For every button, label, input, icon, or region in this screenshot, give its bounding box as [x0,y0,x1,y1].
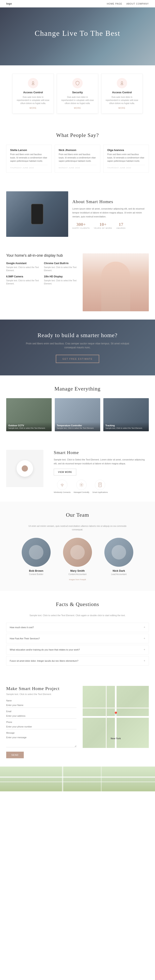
team-name-mary: Mary Smith [59,569,96,572]
team-photo-mary [63,538,92,567]
contact-title: Make Smart Home Project [6,686,76,691]
manage-card-outdoor: Outdoor CCTV Sample text, Click to selec… [6,398,52,431]
hub-feature-title-0: Google Assistant [6,262,41,265]
hub-feature-desc-3: Sample text. Click to select the Text El… [44,279,79,285]
message-textarea[interactable] [6,735,76,747]
svg-point-2 [62,486,62,486]
hub-feature-3: 10In HD Display Sample text. Click to se… [44,275,79,285]
hub-feature-desc-0: Sample text. Click to select the Text El… [6,266,41,272]
stats-row: 300+ HAPPY CLIENTS 10+ YEARS OF WORK 17 … [72,222,149,229]
manage-card-tracking: Tracking Sample text, Click to select th… [103,398,149,431]
faq-subtitle: Sample text. Click to select the Text El… [26,614,129,617]
nav-home[interactable]: HOME PAGE [107,3,122,5]
cta-button[interactable]: GET FREE ESTIMATE [56,355,99,363]
faq-title: Facts & Questions [6,601,149,608]
testimonial-1: Nick Jhonson Proin sed libero enim sed f… [55,145,100,173]
phone-input[interactable] [6,724,76,729]
hub-image [83,253,149,311]
hub-feature-desc-1: Sample text. Click to select the Text El… [44,266,79,272]
feature-more-0[interactable]: MORE [17,107,49,109]
faq-question-0: How much does it cost? [10,626,34,628]
team-title: Our Team [6,512,149,518]
chevron-icon-3: + [144,659,145,662]
feature-title-0: Access Control [17,91,49,94]
map-pin: 📍 [113,711,119,716]
chevron-icon-0: + [144,626,145,629]
team-role-bob: Content Builder [17,573,55,576]
nav-links: HOME PAGE ABOUT COMPANY [107,3,149,5]
hub-feature-desc-2: Sample text. Click to select the Text El… [6,279,41,285]
faq-section: Facts & Questions Sample text. Click to … [0,591,155,678]
hero-section: Change Live To The Best [0,8,155,65]
contact-map: 📍 New York [83,686,149,748]
stat-number-1: 10+ [94,222,112,227]
team-subtitle: Ut enim ad minim veniam, quis nostrud ex… [26,524,129,531]
stat-1: 10+ YEARS OF WORK [94,222,112,229]
nav-about[interactable]: ABOUT COMPANY [126,3,149,5]
testimonial-date-2: THURSDAY JUNE 2020 [107,165,145,169]
hub-feature-title-1: Chrome Cast Built-In [44,262,79,265]
about-content: About Smart Homes Lorem ipsum dolor sit … [72,199,149,229]
hub-content: Your home's all-in-one display hub Googl… [6,253,79,311]
feature-card-1: Security Duis aute irure dolor in repreh… [57,74,98,113]
map-footer [0,767,155,791]
faq-question-3: Fusce sit amet dolor dolor. Integer iacu… [10,660,78,662]
access-control-icon-2 [117,78,127,88]
team-role-nick: Lead Accountant [100,573,138,576]
map-label: New York [111,737,121,740]
sh-icon-managed: Managed Centrally [74,480,90,493]
faq-list: How much does it cost? + How Fast Are Th… [6,623,149,666]
testimonial-2: Olga Ivanova Proin sed libero enim sed f… [103,145,149,173]
testimonials-list: Stella Larson Proin sed libero enim sed … [6,145,149,173]
feature-more-1[interactable]: MORE [61,107,94,109]
smarthome-section: Smart Home Sample text. Click to Select … [0,442,155,501]
testimonials-section: What People Say? Stella Larson Proin sed… [0,122,155,183]
sh-label-managed: Managed Centrally [74,491,90,493]
feature-card-0: Access Control Duis aute irure dolor in … [13,74,54,113]
about-section: About Smart Homes Lorem ipsum dolor sit … [0,183,155,245]
faq-item-3[interactable]: Fusce sit amet dolor dolor. Integer iacu… [6,656,149,666]
team-section: Our Team Ut enim ad minim veniam, quis n… [0,501,155,591]
team-role-mary: Content Accountant [59,573,96,576]
feature-more-2[interactable]: MORE [106,107,138,109]
testimonial-date-1: MONDAY JUNE 2020 [59,165,96,169]
smarthome-device [6,450,43,487]
chevron-icon-2: + [144,648,145,651]
manage-label-tracking: Tracking Sample text, Click to select th… [103,422,149,431]
testimonial-name-1: Nick Jhonson [59,148,96,152]
testimonial-text-1: Proin sed libero enim sed faucibus turpi… [59,153,96,163]
faq-item-0[interactable]: How much does it cost? + [6,623,149,632]
faq-item-1[interactable]: How Fast Are Their Services? + [6,634,149,643]
feature-desc-0: Duis aute irure dolor in reprehenderit i… [17,95,49,105]
sh-icon-apps: Smart Applications [92,480,108,493]
smarthome-description: Sample text. Click to Select the Text El… [54,458,149,465]
contact-form-area: Make Smart Home Project Sample text. Cli… [6,686,76,758]
hub-feature-0: Google Assistant Sample text. Click to s… [6,262,41,272]
hub-feature-2: 6.5MP Camera Sample text. Click to selec… [6,275,41,285]
sh-label-apps: Smart Applications [92,491,108,493]
phone-label: Phone [6,721,76,723]
phone-mockup [31,204,43,224]
svg-point-0 [32,81,34,83]
manage-grid: Outdoor CCTV Sample text, Click to selec… [6,398,149,431]
testimonial-name-0: Stella Larson [10,148,48,152]
feature-title-2: Access Control [106,91,138,94]
message-group: Message [6,732,76,748]
team-credit: Images from Freepik [6,579,149,581]
hub-features: Google Assistant Sample text. Click to s… [6,262,79,285]
view-more-button[interactable]: VIEW MORE [54,469,76,476]
stat-number-2: 17 [116,222,126,227]
name-input[interactable] [6,703,76,708]
testimonial-text-2: Proin sed libero enim sed faucibus turpi… [107,153,145,163]
apps-icon [95,480,105,490]
contact-section: Make Smart Home Project Sample text. Cli… [0,678,155,767]
submit-button[interactable]: SEND [6,752,24,758]
device-icon [17,460,33,477]
stat-0: 300+ HAPPY CLIENTS [72,222,90,229]
testimonial-0: Stella Larson Proin sed libero enim sed … [6,145,52,173]
email-input[interactable] [6,713,76,719]
about-title: About Smart Homes [72,199,149,204]
hero-title: Change Live To The Best [35,29,120,38]
testimonial-name-2: Olga Ivanova [107,148,145,152]
faq-item-2[interactable]: What education and/or training do you ha… [6,645,149,654]
